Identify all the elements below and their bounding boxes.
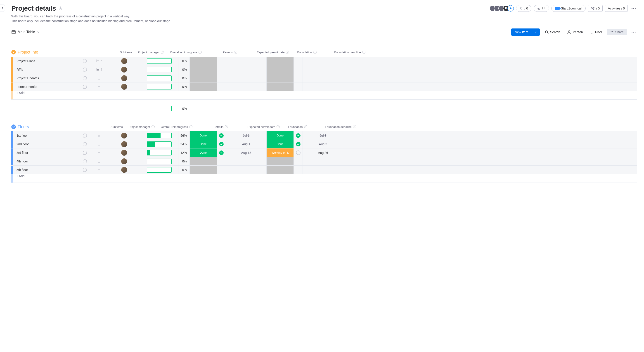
new-item-button[interactable]: New Item [511, 28, 540, 36]
chat-icon[interactable] [82, 67, 87, 72]
foundation-date-cell[interactable]: Aug 3 [302, 140, 343, 148]
add-member-icon[interactable] [508, 5, 514, 11]
group-title[interactable]: Floors [18, 124, 29, 129]
table-row[interactable]: 3rd floor 12% Done Aug 18 Working on it … [11, 148, 637, 157]
check-cell[interactable] [294, 74, 302, 82]
item-name-cell[interactable]: 5th floor [13, 166, 90, 174]
check-cell[interactable] [294, 140, 302, 148]
pm-cell[interactable] [108, 140, 140, 148]
toolbar-more-button[interactable] [630, 28, 637, 36]
progress-cell[interactable] [140, 140, 178, 148]
status-cell[interactable] [190, 74, 217, 82]
table-row[interactable]: Project Plans 6 0% [11, 57, 637, 65]
members-count-button[interactable]: / 5 [588, 5, 603, 12]
pm-cell[interactable] [108, 65, 140, 74]
filter-button[interactable]: Filter [588, 29, 604, 35]
activities-button[interactable]: Activities / 0 [605, 5, 628, 12]
subitem-icon[interactable] [98, 151, 101, 155]
add-item-row[interactable]: + Add [11, 91, 637, 100]
check-cell[interactable] [294, 148, 302, 157]
col-permits[interactable]: Permits i [216, 51, 244, 54]
status-cell[interactable] [190, 157, 217, 165]
foundation-date-cell[interactable] [302, 57, 343, 65]
integrations-button[interactable]: / 0 [516, 5, 532, 12]
permit-date-cell[interactable] [226, 157, 266, 165]
check-cell[interactable] [217, 166, 226, 174]
col-foundation-deadline[interactable]: Foundation deadline i [330, 51, 370, 54]
pm-cell[interactable] [108, 82, 140, 91]
favorite-star-icon[interactable]: ★ [58, 5, 63, 11]
item-name-cell[interactable]: Project Updates [13, 74, 90, 82]
item-name-cell[interactable]: 2nd floor [13, 140, 90, 148]
chat-icon[interactable] [82, 133, 87, 138]
chat-icon[interactable] [82, 58, 87, 63]
status-cell[interactable] [190, 57, 217, 65]
check-cell[interactable] [217, 82, 226, 91]
check-cell[interactable] [294, 131, 302, 140]
foundation-date-cell[interactable]: Jul 8 [302, 131, 343, 140]
pm-cell[interactable] [108, 148, 140, 157]
check-cell[interactable] [217, 148, 226, 157]
board-members-avatars[interactable]: K [489, 5, 514, 11]
item-name-cell[interactable]: Forms Permits [13, 82, 90, 91]
subitem-icon[interactable] [98, 168, 101, 172]
table-row[interactable]: RFIs 4 0% [11, 65, 637, 74]
progress-cell[interactable] [140, 131, 178, 140]
new-item-dropdown[interactable] [532, 29, 540, 34]
chat-icon[interactable] [82, 76, 87, 81]
chat-icon[interactable] [82, 150, 87, 155]
col-progress[interactable]: Overall unit progress i [158, 125, 196, 129]
foundation-date-cell[interactable] [302, 82, 343, 91]
permit-date-cell[interactable]: Aug 1 [226, 140, 266, 148]
pm-cell[interactable] [108, 74, 140, 82]
person-filter-button[interactable]: Person [565, 28, 584, 36]
group-title[interactable]: Project Info [18, 50, 38, 55]
status-cell[interactable]: Done [266, 140, 294, 148]
progress-cell[interactable] [140, 74, 178, 82]
subitem-count[interactable]: 4 [96, 68, 102, 71]
item-name-cell[interactable]: 3rd floor [13, 148, 90, 157]
subitem-icon[interactable] [98, 159, 101, 163]
start-zoom-button[interactable]: Start Zoom call [551, 5, 586, 12]
pm-cell[interactable] [108, 57, 140, 65]
subitem-count[interactable]: 6 [96, 59, 102, 63]
expand-sidebar-button[interactable] [0, 4, 5, 12]
check-cell[interactable] [217, 131, 226, 140]
col-permit-date[interactable]: Expected permit date i [252, 51, 293, 54]
progress-cell[interactable] [140, 148, 178, 157]
add-item-row[interactable]: + Add [11, 174, 637, 183]
subitem-icon[interactable] [98, 142, 101, 146]
check-cell[interactable] [217, 157, 226, 165]
status-cell[interactable]: Working on it [266, 148, 294, 157]
share-button[interactable]: Share [607, 29, 627, 35]
permit-date-cell[interactable]: Jul 1 [226, 131, 266, 140]
status-cell[interactable]: Done [190, 140, 217, 148]
pm-cell[interactable] [108, 166, 140, 174]
status-cell[interactable] [190, 65, 217, 74]
check-cell[interactable] [294, 157, 302, 165]
subitem-icon[interactable] [98, 134, 101, 137]
progress-cell[interactable] [140, 166, 178, 174]
permit-date-cell[interactable] [226, 65, 266, 74]
status-cell[interactable] [266, 57, 294, 65]
check-cell[interactable] [294, 65, 302, 74]
foundation-date-cell[interactable] [302, 74, 343, 82]
table-row[interactable]: 4th floor 0% [11, 157, 637, 166]
progress-cell[interactable] [140, 65, 178, 74]
chat-icon[interactable] [82, 159, 87, 164]
table-row[interactable]: 1st floor 56% Done Jul 1 Done Jul 8 [11, 131, 637, 140]
pm-cell[interactable] [108, 157, 140, 165]
view-selector[interactable]: Main Table [11, 30, 40, 34]
col-permit-date[interactable]: Expected permit date i [243, 125, 284, 129]
check-cell[interactable] [294, 82, 302, 91]
check-cell[interactable] [294, 166, 302, 174]
permit-date-cell[interactable]: Aug 18 [226, 148, 266, 157]
item-name-cell[interactable]: RFIs [13, 65, 90, 74]
col-foundation[interactable]: Foundation i [293, 51, 320, 54]
table-row[interactable]: 5th floor 0% [11, 166, 637, 174]
foundation-date-cell[interactable] [302, 65, 343, 74]
status-cell[interactable] [266, 82, 294, 91]
status-cell[interactable] [190, 166, 217, 174]
progress-cell[interactable] [140, 82, 178, 91]
status-cell[interactable] [190, 82, 217, 91]
